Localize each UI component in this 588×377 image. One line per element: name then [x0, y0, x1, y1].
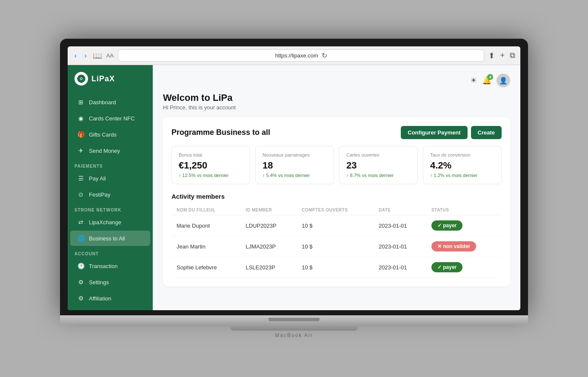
- bookmarks-icon: 📖: [93, 51, 102, 60]
- sidebar-item-settings[interactable]: ⚙ Settings: [70, 274, 150, 290]
- sidebar-item-pay-all[interactable]: ☰ Pay All: [70, 171, 150, 186]
- stat-change: ↑ 12.5% vs mois dernier: [179, 173, 243, 178]
- back-button[interactable]: ‹: [73, 51, 78, 60]
- account-section-label: ACCOUNT: [68, 246, 153, 258]
- programme-actions: Configurer Payment Create: [401, 126, 502, 139]
- settings-icon: ⚙: [77, 279, 85, 286]
- programme-header: Programme Business to all Configurer Pay…: [171, 126, 502, 139]
- sidebar-item-affiliation[interactable]: ⚙ Affiliation: [70, 291, 150, 306]
- dashboard-icon: ⊞: [77, 99, 85, 106]
- sidebar-item-label: Cards Center NFC: [89, 115, 135, 122]
- logo-icon: [74, 72, 88, 86]
- table-header-row: NOM DU FILLEUL ID MEMBER COMPTES OUVERTS…: [171, 205, 502, 215]
- table-row: Jean Martin LJMA2023P 10 $ 2023-01-01 ✕ …: [171, 236, 502, 257]
- cell-status: ✓ payer: [426, 257, 502, 278]
- stats-grid: Bonus total €1,250 ↑ 12.5% vs mois derni…: [171, 146, 502, 184]
- col-comptes: COMPTES OUVERTS: [297, 205, 374, 215]
- sidebar-item-lipaxchange[interactable]: ⇄ LipaXchange: [70, 214, 150, 230]
- sidebar-item-send-money[interactable]: ✈ Send Money: [70, 143, 150, 158]
- sidebar-item-label: Transaction: [89, 263, 117, 269]
- cell-date: 2023-01-01: [374, 257, 426, 278]
- transaction-icon: 🕐: [77, 263, 85, 269]
- sidebar-item-label: Send Money: [89, 148, 120, 154]
- stat-value: €1,250: [179, 160, 243, 171]
- activity-title: Activity members: [171, 193, 502, 200]
- cell-comptes: 10 $: [297, 236, 374, 257]
- sidebar-item-gifts-cards[interactable]: 🎁 Gifts Cards: [70, 127, 150, 142]
- forward-button[interactable]: ›: [83, 51, 88, 60]
- avatar-icon: 👤: [499, 77, 508, 85]
- business-to-all-icon: 🌐: [77, 235, 85, 242]
- cell-comptes: 10 $: [297, 257, 374, 278]
- stat-label: Taux de conversion: [430, 152, 494, 157]
- sidebar-item-transaction[interactable]: 🕐 Transaction: [70, 258, 150, 274]
- activity-table: NOM DU FILLEUL ID MEMBER COMPTES OUVERTS…: [171, 205, 502, 278]
- stat-card-parrainages: Nouveaux parrainages 18 ↑ 5.4% vs mois d…: [255, 146, 334, 184]
- stat-change: ↑ 5.4% vs mois dernier: [263, 173, 327, 178]
- url-bar[interactable]: https://lipaxe.com ↻: [118, 49, 484, 62]
- create-button[interactable]: Create: [471, 126, 502, 139]
- festipay-icon: ⊙: [77, 191, 85, 198]
- stat-value: 18: [263, 160, 327, 171]
- app-layout: LiPaX ⊞ Dashboard ◉ Cards Center NFC 🎁 G…: [68, 65, 520, 310]
- theme-toggle-button[interactable]: ☀: [470, 76, 477, 85]
- payments-section-label: PAIEMENTS: [68, 159, 153, 170]
- pay-all-icon: ☰: [77, 175, 85, 182]
- logo-text: LiPaX: [91, 74, 115, 83]
- status-badge[interactable]: ✓ payer: [431, 262, 462, 272]
- share-button[interactable]: ⬆: [488, 51, 495, 60]
- sidebar: LiPaX ⊞ Dashboard ◉ Cards Center NFC 🎁 G…: [68, 65, 153, 310]
- strone-section-label: STRONE NETWORK: [68, 203, 153, 214]
- status-badge[interactable]: ✓ payer: [431, 220, 462, 231]
- stat-card-conversion: Taux de conversion 4.2% ↑ 1.2% vs mois d…: [423, 146, 502, 184]
- laptop-notch: [268, 318, 320, 321]
- reload-button[interactable]: ↻: [322, 51, 327, 60]
- stat-label: Bonus total: [179, 152, 243, 157]
- cell-status: ✓ payer: [426, 215, 502, 236]
- sidebar-item-label: Pay All: [89, 175, 106, 182]
- cell-date: 2023-01-01: [374, 236, 426, 257]
- stat-label: Cartes ouvertes: [346, 152, 411, 157]
- sidebar-item-label: Business to All: [89, 235, 125, 242]
- cell-id-member: LSLE2023P: [240, 257, 297, 278]
- notification-badge: 4: [487, 74, 493, 80]
- send-money-icon: ✈: [77, 147, 85, 154]
- sidebar-item-label: Affiliation: [89, 295, 111, 302]
- laptop-base: [60, 315, 528, 325]
- programme-section: Programme Business to all Configurer Pay…: [163, 117, 510, 286]
- cell-comptes: 10 $: [297, 215, 374, 236]
- cell-nom: Marie Dupont: [171, 215, 240, 236]
- table-row: Sophie Lefebvre LSLE2023P 10 $ 2023-01-0…: [171, 257, 502, 278]
- sidebar-item-cards-center-nfc[interactable]: ◉ Cards Center NFC: [70, 111, 150, 126]
- stat-change: ↑ 1.2% vs mois dernier: [430, 173, 494, 178]
- tabs-overview-button[interactable]: ⧉: [510, 51, 515, 60]
- notifications-button[interactable]: 🔔 4: [482, 76, 491, 85]
- cell-nom: Jean Martin: [171, 236, 240, 257]
- lipaxchange-icon: ⇄: [77, 219, 85, 226]
- col-status: STATUS: [426, 205, 502, 215]
- cell-id-member: LJMA2023P: [240, 236, 297, 257]
- sidebar-item-business-to-all[interactable]: 🌐 Business to All: [70, 231, 150, 246]
- stat-label: Nouveaux parrainages: [263, 152, 327, 157]
- add-tab-button[interactable]: +: [500, 51, 505, 60]
- sun-icon: ☀: [470, 76, 477, 85]
- stat-value: 23: [346, 160, 411, 171]
- cell-nom: Sophie Lefebvre: [171, 257, 240, 278]
- user-avatar-button[interactable]: 👤: [497, 74, 510, 87]
- sidebar-item-dashboard[interactable]: ⊞ Dashboard: [70, 94, 150, 110]
- url-text: https://lipaxe.com: [275, 52, 318, 59]
- sidebar-item-festipay[interactable]: ⊙ FestiPay: [70, 187, 150, 202]
- affiliation-icon: ⚙: [77, 295, 85, 302]
- browser-chrome: ‹ › 📖 AA https://lipaxe.com ↻ ⬆ + ⧉: [68, 46, 520, 65]
- configure-payment-button[interactable]: Configurer Payment: [401, 126, 467, 139]
- status-badge[interactable]: ✕ non valider: [431, 241, 476, 251]
- browser-action-buttons: ⬆ + ⧉: [488, 51, 515, 60]
- sidebar-item-label: LipaXchange: [89, 219, 121, 226]
- page-header: ☀ 🔔 4 👤 Welcom to LiPa Hi Prince, this: [163, 74, 510, 111]
- cell-date: 2023-01-01: [374, 215, 426, 236]
- sidebar-item-label: Dashboard: [89, 99, 116, 106]
- cell-status: ✕ non valider: [426, 236, 502, 257]
- page-subtitle: Hi Prince, this is your account: [163, 104, 510, 111]
- topbar: ☀ 🔔 4 👤: [163, 74, 510, 87]
- text-size-label[interactable]: AA: [106, 52, 114, 59]
